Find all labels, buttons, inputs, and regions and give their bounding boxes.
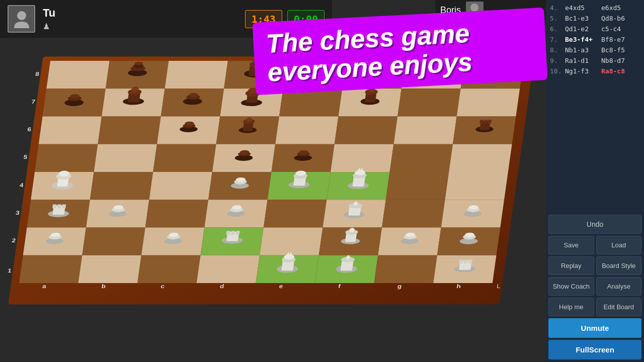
svg-rect-152 [62,205,66,209]
svg-rect-150 [52,205,56,209]
save-load-row: Save Load [548,236,641,254]
svg-text:1: 1 [7,267,12,274]
svg-rect-151 [57,205,61,209]
help-editboard-row: Help me Edit Board [548,298,641,316]
svg-text:5: 5 [23,154,28,160]
piece-icon: ♟ [43,22,55,31]
svg-rect-124 [484,120,487,123]
player-name: Tu [43,7,55,20]
svg-rect-47 [382,200,445,227]
coach-analyse-row: Show Coach Analyse [548,277,641,296]
svg-rect-125 [488,120,492,123]
svg-rect-18 [98,117,160,144]
svg-point-203 [17,11,26,20]
svg-rect-23 [393,117,456,144]
svg-text:2: 2 [12,238,16,244]
promo-text: The chess game everyone enjoys [265,16,534,87]
svg-rect-53 [260,228,323,255]
svg-text:3: 3 [15,210,20,216]
svg-rect-31 [390,144,453,172]
svg-rect-201 [463,259,467,263]
player-avatar [8,5,35,33]
svg-rect-17 [39,117,102,144]
svg-rect-40 [445,172,508,200]
svg-text:g: g [397,283,402,289]
fullscreen-button[interactable]: FullScreen [548,340,641,359]
svg-rect-177 [235,231,239,235]
svg-rect-59 [137,255,200,283]
svg-text:6: 6 [27,127,32,133]
board-style-button[interactable]: Board Style [596,256,642,275]
svg-rect-200 [459,259,463,263]
replay-boardstyle-row: Replay Board Style [548,256,641,275]
save-button[interactable]: Save [548,236,594,254]
edit-board-button[interactable]: Edit Board [596,298,642,316]
svg-rect-34 [90,172,153,200]
svg-rect-32 [449,144,512,172]
svg-rect-45 [264,200,327,227]
move-row: 6.Qd1-e2c5-c4 [546,24,644,34]
right-panel: 4.e4xd5e6xd55.Bc1-e3Qd8-b66.Qd1-e2c5-c47… [546,0,644,362]
svg-text:h: h [456,283,461,289]
undo-button[interactable]: Undo [548,215,641,234]
svg-rect-43 [145,200,208,227]
svg-text:8: 8 [35,71,39,77]
move-row: 5.Bc1-e3Qd8-b6 [546,13,644,24]
svg-rect-35 [149,172,212,200]
svg-rect-30 [331,144,393,172]
show-coach-button[interactable]: Show Coach [548,277,594,296]
svg-rect-176 [231,231,235,235]
promo-banner: The chess game everyone enjoys [253,8,548,96]
svg-rect-57 [19,255,82,283]
svg-rect-3 [165,61,228,88]
svg-rect-123 [479,120,483,123]
person-icon [12,9,32,29]
svg-rect-58 [78,255,141,283]
svg-rect-21 [275,117,338,144]
svg-rect-22 [335,117,397,144]
move-row: 7.Be3-f4+Bf8-e7 [546,34,644,45]
svg-rect-25 [35,144,98,172]
buttons-panel: Undo Save Load Replay Board Style Show C… [546,212,644,362]
load-button[interactable]: Load [596,236,642,254]
analyse-button[interactable]: Analyse [596,277,642,296]
move-row: 8.Nb1-a3Bc8-f5 [546,45,644,55]
svg-text:7: 7 [31,99,36,105]
svg-text:d: d [219,283,224,289]
move-history: 4.e4xd5e6xd55.Bc1-e3Qd8-b66.Qd1-e2c5-c47… [546,0,644,212]
svg-rect-26 [94,144,157,172]
replay-button[interactable]: Replay [548,256,594,275]
svg-rect-60 [197,255,260,283]
svg-rect-175 [226,231,230,235]
move-row: 10.Ng1-f3Ra8-c8 [546,66,644,76]
help-me-button[interactable]: Help me [548,298,594,316]
unmute-button[interactable]: Unmute [548,318,641,338]
svg-rect-16 [457,88,520,116]
svg-rect-39 [386,172,449,200]
svg-point-204 [470,4,478,12]
svg-text:4: 4 [19,182,24,188]
player-info: Tu ♟ [43,7,55,31]
move-row: 9.Ra1-d1Nb8-d7 [546,55,644,66]
svg-rect-63 [374,255,437,283]
svg-rect-27 [153,144,216,172]
svg-rect-202 [468,259,472,263]
svg-rect-15 [397,88,460,116]
svg-rect-50 [82,228,145,255]
move-row: 4.e4xd5e6xd5 [546,3,644,13]
svg-rect-1 [46,61,109,88]
